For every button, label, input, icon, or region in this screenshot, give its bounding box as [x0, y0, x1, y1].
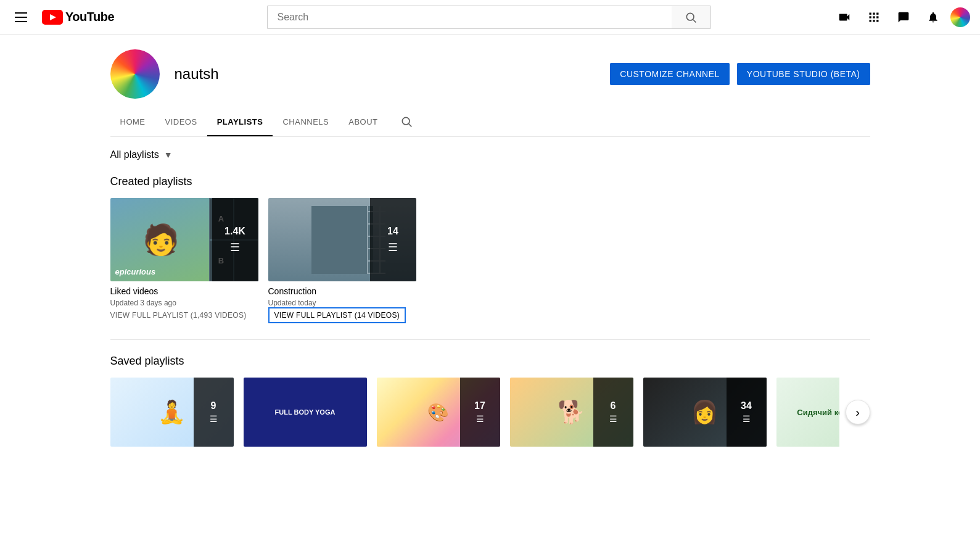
saved-card-dog[interactable]: 🐕 6 ☰	[510, 378, 633, 447]
playlist-card-construction[interactable]: 14 ☰ Construction Updated today VIEW FUL…	[268, 198, 416, 320]
header-left: YouTube	[10, 7, 146, 27]
tab-home[interactable]: HOME	[110, 109, 155, 136]
tab-about[interactable]: ABOUT	[339, 109, 387, 136]
yoga-count: 9	[211, 400, 216, 411]
yoga-queue-icon: ☰	[210, 414, 218, 424]
art-palette-icon: 🎨	[427, 402, 449, 423]
svg-rect-12	[876, 20, 878, 22]
svg-rect-11	[873, 20, 875, 22]
liked-count: 1.4K	[224, 226, 245, 237]
saved-thumb-art: 🎨 17 ☰	[377, 378, 500, 447]
youtube-studio-button[interactable]: YOUTUBE STUDIO (BETA)	[737, 63, 870, 85]
chat-icon	[897, 11, 910, 23]
tab-videos[interactable]: VIDEOS	[155, 109, 207, 136]
filter-dropdown-arrow: ▼	[164, 150, 173, 160]
construction-title: Construction	[268, 286, 416, 296]
activities-button[interactable]	[891, 5, 916, 30]
notifications-button[interactable]	[921, 5, 945, 30]
playlist-thumb-construction: 14 ☰	[268, 198, 416, 281]
art-count: 17	[474, 400, 485, 411]
svg-line-14	[408, 124, 411, 127]
search-icon	[685, 11, 697, 23]
channel-nav: HOME VIDEOS PLAYLISTS CHANNELS ABOUT	[110, 109, 870, 137]
saved-card-fullbody[interactable]: FULL BODY YOGA	[244, 378, 367, 447]
youtube-logo-text: YouTube	[65, 10, 114, 24]
channel-actions: CUSTOMIZE CHANNEL YOUTUBE STUDIO (BETA)	[610, 63, 870, 85]
tab-playlists[interactable]: PLAYLISTS	[207, 109, 273, 136]
search-input[interactable]	[267, 6, 672, 29]
created-section-title: Created playlists	[110, 175, 870, 188]
youtube-logo[interactable]: YouTube	[42, 10, 114, 25]
saved-thumb-russian: Сидячий комплекс L 56 ☰	[776, 378, 839, 447]
tab-channels[interactable]: CHANNELS	[273, 109, 339, 136]
bell-icon	[927, 11, 939, 23]
playlists-filter[interactable]: All playlists ▼	[110, 149, 870, 160]
construction-overlay: 14 ☰	[370, 198, 416, 281]
saved-overlay-art: 17 ☰	[460, 378, 500, 447]
playlist-info-construction: Construction Updated today VIEW FULL PLA…	[268, 286, 416, 320]
svg-rect-7	[870, 16, 871, 18]
channel-header: nautsh CUSTOMIZE CHANNEL YOUTUBE STUDIO …	[110, 35, 870, 109]
music-count: 34	[741, 400, 752, 411]
svg-rect-5	[873, 12, 875, 14]
saved-overlay-dog: 6 ☰	[593, 378, 633, 447]
scroll-right-button[interactable]: ›	[846, 400, 870, 424]
dog-count: 6	[611, 400, 616, 411]
liked-title: Liked videos	[110, 286, 258, 296]
saved-card-russian[interactable]: Сидячий комплекс L 56 ☰	[776, 378, 839, 447]
construction-updated: Updated today	[268, 299, 416, 307]
saved-section-title: Saved playlists	[110, 355, 870, 368]
header-right	[832, 5, 970, 30]
saved-thumb-dog: 🐕 6 ☰	[510, 378, 633, 447]
construction-building	[311, 206, 373, 274]
upload-button[interactable]	[832, 5, 857, 30]
created-playlists-section: Created playlists 🧑 epicurious A B	[110, 175, 870, 320]
filter-label: All playlists	[110, 149, 159, 160]
playlist-info-liked: Liked videos Updated 3 days ago VIEW FUL…	[110, 286, 258, 320]
epicurious-label: epicurious	[115, 267, 156, 276]
construction-view-link[interactable]: VIEW FULL PLAYLIST (14 VIDEOS)	[268, 307, 406, 323]
liked-overlay: 1.4K ☰	[212, 198, 258, 281]
saved-playlists-section: Saved playlists 🧘 9 ☰	[110, 355, 870, 447]
saved-thumb-yoga: 🧘 9 ☰	[110, 378, 234, 447]
saved-overlay-yoga: 9 ☰	[194, 378, 234, 447]
queue-icon-construction: ☰	[388, 241, 398, 254]
svg-line-3	[693, 19, 696, 22]
svg-rect-6	[876, 12, 878, 14]
search-button[interactable]	[672, 6, 711, 29]
svg-point-2	[686, 13, 694, 20]
youtube-logo-icon	[42, 10, 63, 25]
created-playlist-grid: 🧑 epicurious A B 1.4K ☰	[110, 198, 870, 320]
channel-search-icon	[400, 115, 413, 128]
svg-rect-9	[876, 16, 878, 18]
queue-icon-liked: ☰	[230, 241, 240, 254]
art-queue-icon: ☰	[476, 414, 484, 424]
saved-playlist-row: 🧘 9 ☰ FULL BODY YOGA	[110, 378, 839, 447]
apps-button[interactable]	[862, 5, 886, 30]
yoga-person-icon: 🧘	[158, 399, 186, 425]
saved-thumb-fullbody: FULL BODY YOGA	[244, 378, 367, 447]
svg-rect-8	[873, 16, 875, 18]
header: YouTube	[0, 0, 980, 35]
saved-overlay-music: 34 ☰	[727, 378, 767, 447]
customize-channel-button[interactable]: CUSTOMIZE CHANNEL	[610, 63, 729, 85]
construction-count: 14	[387, 226, 398, 237]
svg-rect-10	[870, 20, 871, 22]
avatar[interactable]	[950, 7, 970, 27]
liked-updated: Updated 3 days ago	[110, 299, 258, 307]
channel-search-button[interactable]	[393, 109, 420, 136]
dog-emoji: 🐕	[558, 399, 585, 425]
saved-card-yoga[interactable]: 🧘 9 ☰	[110, 378, 234, 447]
apps-icon	[868, 11, 880, 23]
russian-text: Сидячий комплекс L	[776, 378, 839, 447]
hamburger-menu-button[interactable]	[10, 7, 32, 27]
saved-card-art[interactable]: 🎨 17 ☰	[377, 378, 500, 447]
svg-point-13	[402, 117, 410, 125]
liked-view-link[interactable]: VIEW FULL PLAYLIST (1,493 VIDEOS)	[110, 311, 247, 320]
search-bar	[267, 6, 711, 29]
dog-queue-icon: ☰	[609, 414, 617, 424]
playlist-card-liked[interactable]: 🧑 epicurious A B 1.4K ☰	[110, 198, 258, 320]
section-divider	[110, 339, 870, 340]
svg-rect-4	[870, 12, 871, 14]
saved-card-music[interactable]: 👩 34 ☰	[643, 378, 767, 447]
